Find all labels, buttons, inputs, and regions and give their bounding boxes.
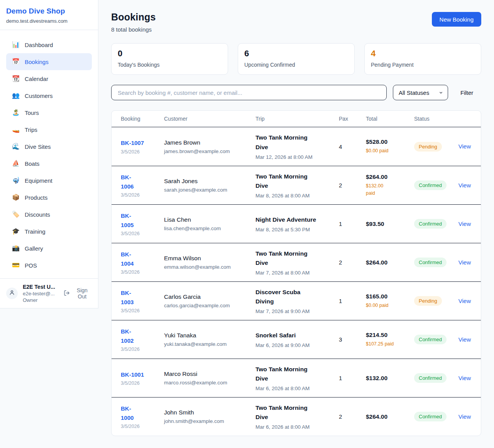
view-link[interactable]: View xyxy=(458,221,471,227)
pax-value: 4 xyxy=(339,143,366,150)
booking-date: 3/5/2026 xyxy=(121,347,164,352)
sidebar-item-products[interactable]: 📦 Products xyxy=(6,189,92,206)
calendar-icon: 📅 xyxy=(12,59,20,65)
booking-number-link[interactable]: BK- 1005 xyxy=(121,211,134,229)
sidebar-item-dive-sites[interactable]: 🌊 Dive Sites xyxy=(6,138,92,155)
booking-number-link[interactable]: BK- 1004 xyxy=(121,250,134,268)
total-amount: $165.00 xyxy=(366,293,414,300)
total-amount: $132.00 xyxy=(366,375,414,382)
table-row: BK- 1002 3/5/2026 Yuki Tanaka yuki.tanak… xyxy=(112,320,481,359)
user-name: E2E Test U... xyxy=(23,284,59,290)
column-header-customer: Customer xyxy=(164,116,255,122)
pax-value: 2 xyxy=(339,259,366,266)
brand-title[interactable]: Demo Dive Shop xyxy=(6,7,92,15)
sidebar-item-calendar[interactable]: 📆 Calendar xyxy=(6,70,92,87)
sidebar-item-discounts[interactable]: 🏷️ Discounts xyxy=(6,206,92,223)
sidebar-item-label: POS xyxy=(25,262,37,269)
stat-label: Pending Payment xyxy=(371,62,475,68)
booking-number-link[interactable]: BK- 1003 xyxy=(121,288,134,307)
status-badge: Confirmed xyxy=(414,373,447,383)
sidebar-item-customers[interactable]: 👥 Customers xyxy=(6,87,92,104)
trip-name: Two Tank Morning Dive xyxy=(255,365,331,383)
trip-cell: Snorkel Safari Mar 6, 2026 at 9:00 AM xyxy=(255,331,339,348)
status-badge: Confirmed xyxy=(414,219,447,229)
view-cell: View xyxy=(457,413,471,420)
sidebar-item-bookings[interactable]: 📅 Bookings xyxy=(6,53,92,70)
booking-date: 3/5/2026 xyxy=(121,269,164,275)
page-subtitle: 8 total bookings xyxy=(111,26,156,33)
sign-out-button[interactable]: Sign Out xyxy=(64,287,92,300)
customer-cell: Marco Rossi marco.rossi@example.com xyxy=(164,371,255,386)
status-badge: Confirmed xyxy=(414,335,447,344)
main-content: Bookings 8 total bookings New Booking 0 … xyxy=(98,0,494,448)
chevron-down-icon xyxy=(439,89,443,96)
view-link[interactable]: View xyxy=(458,413,471,420)
sidebar-item-pos[interactable]: 💳 POS xyxy=(6,257,92,274)
table-row: BK- 1004 3/5/2026 Emma Wilson emma.wilso… xyxy=(112,243,481,281)
status-select[interactable]: All Statuses xyxy=(393,85,448,100)
pax-value: 1 xyxy=(339,375,366,381)
stat-value: 4 xyxy=(371,49,475,59)
trip-cell: Night Dive Adventure Mar 8, 2026 at 5:30… xyxy=(255,215,339,232)
view-link[interactable]: View xyxy=(458,143,471,150)
table-row: BK- 1005 3/5/2026 Lisa Chen lisa.chen@ex… xyxy=(112,204,481,243)
view-link[interactable]: View xyxy=(458,298,471,304)
search-input[interactable] xyxy=(111,85,387,100)
booking-cell: BK- 1000 3/5/2026 xyxy=(121,404,164,429)
view-link[interactable]: View xyxy=(458,182,471,189)
status-cell: Confirmed xyxy=(414,180,457,190)
avatar xyxy=(6,288,18,299)
status-badge: Confirmed xyxy=(414,258,447,267)
pax-value: 1 xyxy=(339,221,366,227)
sidebar-item-dashboard[interactable]: 📊 Dashboard xyxy=(6,36,92,53)
total-amount: $264.00 xyxy=(366,173,414,180)
people-icon: 👥 xyxy=(12,93,20,99)
trip-cell: Two Tank Morning Dive Mar 6, 2026 at 8:0… xyxy=(255,365,339,391)
sidebar-item-tours[interactable]: 🏝️ Tours xyxy=(6,104,92,121)
customer-email: carlos.garcia@example.com xyxy=(164,303,255,308)
stat-card-pending-payment: 4 Pending Payment xyxy=(364,43,481,75)
camera-icon: 📸 xyxy=(12,245,20,251)
wave-icon: 🌊 xyxy=(12,143,20,150)
stats-row: 0 Today's Bookings 6 Upcoming Confirmed … xyxy=(111,43,481,75)
trip-date: Mar 6, 2026 at 8:00 AM xyxy=(255,424,331,430)
view-link[interactable]: View xyxy=(458,336,471,343)
booking-number-link[interactable]: BK-1007 xyxy=(121,138,144,147)
customer-email: emma.wilson@example.com xyxy=(164,264,255,270)
sidebar-item-trips[interactable]: 🚤 Trips xyxy=(6,121,92,138)
paid-amount: $0.00 paid xyxy=(366,147,414,155)
trip-cell: Discover Scuba Diving Mar 7, 2026 at 9:0… xyxy=(255,288,339,314)
sidebar-item-boats[interactable]: ⛵ Boats xyxy=(6,155,92,172)
page-title: Bookings xyxy=(111,12,156,23)
status-badge: Confirmed xyxy=(414,412,447,421)
sidebar-item-label: Customers xyxy=(25,93,53,99)
grad-cap-icon: 🎓 xyxy=(12,228,20,234)
sidebar-item-training[interactable]: 🎓 Training xyxy=(6,223,92,240)
sidebar-item-equipment[interactable]: 🤿 Equipment xyxy=(6,172,92,189)
sidebar-item-gallery[interactable]: 📸 Gallery xyxy=(6,240,92,257)
booking-number-link[interactable]: BK- 1002 xyxy=(121,327,134,345)
status-select-value: All Statuses xyxy=(399,89,429,96)
booking-number-link[interactable]: BK- 1006 xyxy=(121,173,134,191)
new-booking-button[interactable]: New Booking xyxy=(432,12,481,27)
trip-name: Two Tank Morning Dive xyxy=(255,403,331,422)
sidebar-item-label: Training xyxy=(25,228,46,235)
booking-number-link[interactable]: BK-1001 xyxy=(121,370,144,379)
sidebar-item-label: Boats xyxy=(25,160,39,167)
trip-date: Mar 7, 2026 at 8:00 AM xyxy=(255,270,331,276)
trip-cell: Two Tank Morning Dive Mar 7, 2026 at 8:0… xyxy=(255,249,339,276)
sign-out-label: Sign Out xyxy=(73,287,92,300)
booking-number-link[interactable]: BK- 1000 xyxy=(121,404,134,422)
trip-cell: Two Tank Morning Dive Mar 6, 2026 at 8:0… xyxy=(255,403,339,430)
view-link[interactable]: View xyxy=(458,259,471,266)
filter-button[interactable]: Filter xyxy=(460,89,473,96)
trip-date: Mar 6, 2026 at 9:00 AM xyxy=(255,342,331,348)
customer-email: lisa.chen@example.com xyxy=(164,226,255,231)
diving-mask-icon: 🤿 xyxy=(12,177,20,184)
view-link[interactable]: View xyxy=(458,375,471,381)
view-cell: View xyxy=(457,298,471,305)
booking-date: 3/5/2026 xyxy=(121,424,164,429)
view-cell: View xyxy=(457,259,471,266)
trip-date: Mar 6, 2026 at 8:00 AM xyxy=(255,386,331,391)
customer-name: Yuki Tanaka xyxy=(164,332,255,339)
